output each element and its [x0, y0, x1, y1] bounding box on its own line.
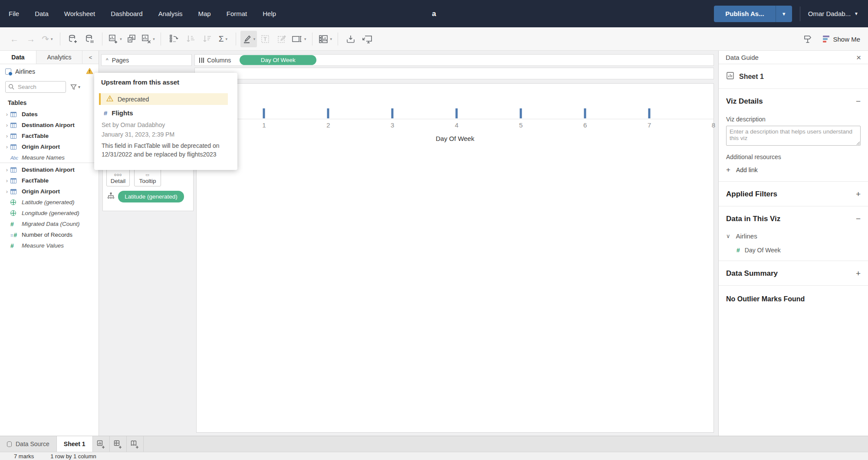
publish-dropdown-button[interactable]: ▼	[776, 6, 792, 22]
axis-tick-label: 4	[455, 121, 458, 129]
expand-chevron-icon[interactable]: ›	[3, 122, 10, 128]
menu-item[interactable]: Data	[35, 10, 49, 17]
field-row[interactable]: Number of Records	[0, 229, 99, 240]
clear-sheet-icon[interactable]: ▾	[140, 31, 156, 47]
collapse-icon[interactable]: −	[856, 214, 861, 224]
popup-description: This field in FactTable will be deprecat…	[102, 141, 230, 159]
menu-item[interactable]: Map	[198, 10, 211, 17]
expand-chevron-icon[interactable]: ›	[3, 111, 10, 117]
replay-button[interactable]: ↷▾	[39, 31, 56, 47]
datasource-row[interactable]: Airlines	[0, 64, 99, 79]
sort-descending-icon[interactable]	[198, 31, 215, 47]
menu-item[interactable]: Format	[227, 10, 247, 17]
rows-shelf[interactable]	[194, 68, 714, 79]
field-type-icon	[10, 154, 22, 161]
new-worksheet-icon[interactable]: ▾	[107, 31, 123, 47]
tab-sheet-1[interactable]: Sheet 1	[57, 436, 93, 452]
field-row[interactable]: › FactTable	[0, 175, 99, 186]
undo-button[interactable]: ←	[6, 31, 23, 47]
collapse-pane-icon[interactable]: <	[82, 51, 99, 64]
close-icon[interactable]: ×	[856, 53, 861, 62]
new-worksheet-button[interactable]	[93, 436, 110, 452]
field-row[interactable]: › Origin Airport	[0, 141, 99, 152]
data-summary-section-header[interactable]: Data Summary+	[726, 269, 861, 278]
viz-details-section-header[interactable]: Viz Details−	[726, 97, 861, 106]
pages-card[interactable]: ^ Pages	[101, 54, 192, 66]
toolbar: ← → ↷▾ ▾	[0, 27, 868, 51]
field-row[interactable]: › FactTable	[0, 130, 99, 141]
data-guide-toggle-icon[interactable]	[799, 31, 816, 47]
sort-ascending-icon[interactable]	[182, 31, 198, 47]
marks-pill-latitude[interactable]: Latitude (generated)	[118, 191, 184, 202]
gantt-tick-mark[interactable]	[456, 108, 458, 118]
viz-canvas[interactable]: 12345678 Day Of Week	[196, 83, 714, 433]
gantt-tick-mark[interactable]	[391, 108, 394, 118]
data-in-viz-field[interactable]: Day Of Week	[736, 247, 861, 254]
expand-chevron-icon[interactable]: ›	[3, 166, 10, 173]
totals-icon[interactable]: Σ▾	[215, 31, 231, 47]
tab-analytics[interactable]: Analytics	[36, 51, 82, 64]
field-row[interactable]: Migrated Data (Count)	[0, 219, 99, 229]
expand-chevron-icon[interactable]: ›	[3, 144, 10, 150]
warning-icon[interactable]	[86, 68, 93, 75]
swap-rows-columns-icon[interactable]	[165, 31, 182, 47]
expand-icon[interactable]: +	[856, 269, 861, 278]
field-row[interactable]: › Destination Airport	[0, 164, 99, 175]
expand-chevron-icon[interactable]: ›	[3, 133, 10, 139]
columns-shelf[interactable]: Columns Day Of Week	[194, 54, 714, 66]
edit-annotation-icon[interactable]	[273, 31, 290, 47]
field-row[interactable]: Longitude (generated)	[0, 208, 99, 219]
expand-icon[interactable]: +	[856, 189, 861, 199]
download-icon[interactable]	[342, 31, 359, 47]
menu-item[interactable]: Dashboard	[111, 10, 142, 17]
viz-description-input[interactable]	[726, 126, 861, 146]
collapse-icon[interactable]: −	[856, 97, 861, 106]
highlight-icon[interactable]: ▾	[240, 31, 257, 47]
publish-as-button[interactable]: Publish As...	[714, 6, 775, 22]
tab-data[interactable]: Data	[0, 51, 36, 64]
new-story-button[interactable]	[127, 436, 144, 452]
menu-item[interactable]: Analysis	[158, 10, 183, 17]
data-in-viz-datasource[interactable]: ∨ Airlines	[726, 232, 861, 240]
menu-item[interactable]: Help	[263, 10, 276, 17]
duplicate-sheet-icon[interactable]	[123, 31, 140, 47]
new-datasource-icon[interactable]	[65, 31, 81, 47]
viz-description-label: Viz description	[726, 116, 861, 123]
gantt-tick-mark[interactable]	[327, 108, 329, 118]
gantt-tick-mark[interactable]	[263, 108, 265, 118]
columns-pill-day-of-week[interactable]: Day Of Week	[240, 55, 316, 65]
field-label: Origin Airport	[22, 144, 60, 150]
gantt-tick-mark[interactable]	[520, 108, 522, 118]
expand-chevron-icon[interactable]: ›	[3, 188, 10, 195]
redo-button[interactable]: →	[23, 31, 39, 47]
gantt-tick-mark[interactable]	[584, 108, 586, 118]
show-hide-cards-icon[interactable]: ▾	[317, 31, 334, 47]
data-in-viz-section-header[interactable]: Data in This Viz−	[726, 214, 861, 224]
filter-fields-icon[interactable]: ▾	[70, 84, 80, 90]
search-input[interactable]	[5, 81, 66, 93]
field-row[interactable]: › Origin Airport	[0, 186, 99, 197]
field-row[interactable]: › Dates	[0, 109, 99, 120]
field-row[interactable]: Measure Values	[0, 240, 99, 251]
tab-data-source[interactable]: Data Source	[0, 436, 57, 452]
expand-chevron-icon[interactable]: ›	[3, 177, 10, 184]
field-row[interactable]: Latitude (generated)	[0, 197, 99, 208]
user-account-menu[interactable]: Omar Dadab... ▼	[808, 10, 858, 17]
fit-selector[interactable]: ▾	[290, 31, 308, 47]
applied-filters-section-header[interactable]: Applied Filters+	[726, 189, 861, 199]
marks-count: 7 marks	[14, 453, 34, 460]
x-axis-title[interactable]: Day Of Week	[197, 135, 713, 142]
show-me-button[interactable]: Show Me	[823, 36, 860, 43]
add-link-button[interactable]: + Add link	[726, 166, 861, 174]
field-row[interactable]: Measure Names	[0, 152, 99, 163]
pause-auto-updates-icon[interactable]	[81, 31, 98, 47]
menu-item[interactable]: File	[9, 10, 19, 17]
menu-item[interactable]: Worksheet	[64, 10, 95, 17]
new-dashboard-button[interactable]	[110, 436, 127, 452]
presentation-mode-icon[interactable]	[359, 31, 375, 47]
field-row[interactable]: › Destination Airport	[0, 120, 99, 130]
field-type-icon	[10, 221, 22, 228]
show-mark-labels-icon[interactable]	[257, 31, 273, 47]
gantt-tick-mark[interactable]	[648, 108, 651, 118]
collapse-chevron-icon[interactable]: ^	[106, 57, 108, 63]
